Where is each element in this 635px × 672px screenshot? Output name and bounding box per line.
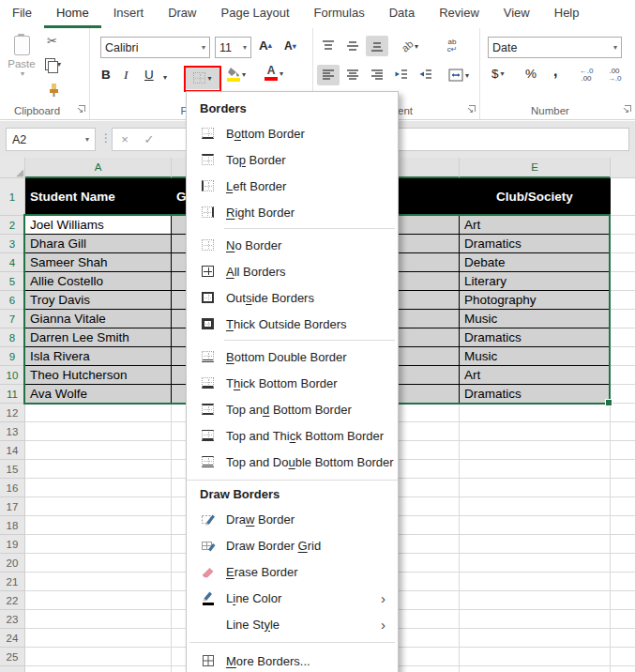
- row-header-20[interactable]: 20: [0, 554, 25, 573]
- font-name-combobox[interactable]: Calibri ▾: [100, 37, 210, 58]
- cell[interactable]: [611, 385, 635, 404]
- menu-item-top-and-thick-bottom-border[interactable]: Top and Thick Bottom Border: [187, 422, 398, 449]
- cell-e9-club[interactable]: Music: [460, 347, 611, 366]
- align-left-button[interactable]: [317, 65, 340, 85]
- middle-align-button[interactable]: [341, 36, 364, 56]
- menu-item-all-borders[interactable]: All Borders: [187, 258, 398, 284]
- row-header-14[interactable]: 14: [0, 441, 25, 460]
- tab-formulas[interactable]: Formulas: [302, 0, 377, 28]
- accounting-format-button[interactable]: $ ▾: [491, 67, 505, 81]
- cell[interactable]: [460, 648, 611, 666]
- row-header-7[interactable]: 7: [0, 310, 25, 328]
- cell[interactable]: [460, 516, 611, 535]
- cell-e1-club-society[interactable]: Club/Society: [460, 178, 611, 216]
- cell-e3-club[interactable]: Dramatics: [460, 235, 611, 253]
- cell[interactable]: [25, 554, 172, 573]
- underline-button[interactable]: U: [144, 68, 154, 82]
- decrease-indent-button[interactable]: [390, 65, 413, 85]
- row-header-23[interactable]: 23: [0, 610, 25, 629]
- cell[interactable]: [611, 178, 635, 216]
- borders-button[interactable]: ▾: [186, 67, 219, 89]
- paste-button[interactable]: Paste ▾: [4, 32, 39, 113]
- row-header-12[interactable]: 12: [0, 404, 25, 422]
- cell-a5-student[interactable]: Allie Costello: [25, 272, 172, 291]
- cell[interactable]: [611, 554, 635, 573]
- confirm-entry-icon[interactable]: ✓: [137, 132, 161, 146]
- cell[interactable]: [460, 460, 611, 479]
- cell[interactable]: [460, 610, 611, 629]
- row-header-13[interactable]: 13: [0, 422, 25, 441]
- cell[interactable]: [25, 404, 172, 422]
- cell[interactable]: [611, 253, 635, 272]
- menu-item-line-style[interactable]: Line Style›: [187, 611, 398, 637]
- cell[interactable]: [611, 347, 635, 366]
- row-header-24[interactable]: 24: [0, 629, 25, 648]
- cell-a8-student[interactable]: Darren Lee Smith: [25, 328, 172, 347]
- number-format-combobox[interactable]: Date ▾: [488, 37, 622, 58]
- cell[interactable]: [460, 535, 611, 554]
- menu-item-bottom-double-border[interactable]: Bottom Double Border: [187, 344, 398, 370]
- menu-item-top-border[interactable]: Top Border: [187, 146, 398, 173]
- name-box[interactable]: A2 ▾: [6, 128, 96, 151]
- row-header-15[interactable]: 15: [0, 460, 25, 479]
- cell[interactable]: [25, 591, 172, 610]
- menu-item-draw-border[interactable]: Draw Border: [187, 506, 398, 532]
- tab-data[interactable]: Data: [377, 0, 427, 28]
- cell[interactable]: [25, 422, 172, 441]
- cell-e10-club[interactable]: Art: [460, 366, 611, 385]
- cell-e7-club[interactable]: Music: [460, 310, 611, 328]
- cell[interactable]: [611, 629, 635, 648]
- cell-a4-student[interactable]: Sameer Shah: [25, 253, 172, 272]
- cell[interactable]: [460, 441, 611, 460]
- cut-button[interactable]: ✂: [47, 34, 57, 48]
- cell-a1-student-name[interactable]: Student Name: [25, 178, 172, 216]
- cell[interactable]: [460, 422, 611, 441]
- cell[interactable]: [460, 497, 611, 516]
- cell[interactable]: [611, 310, 635, 328]
- row-header-9[interactable]: 9: [0, 347, 25, 366]
- row-header-2[interactable]: 2: [0, 216, 25, 235]
- cell[interactable]: [25, 573, 172, 591]
- cell-e6-club[interactable]: Photography: [460, 291, 611, 310]
- row-header-5[interactable]: 5: [0, 272, 25, 291]
- cell-a11-student[interactable]: Ava Wolfe: [25, 385, 172, 404]
- tab-draw[interactable]: Draw: [156, 0, 208, 28]
- cell[interactable]: [460, 404, 611, 422]
- tab-review[interactable]: Review: [427, 0, 491, 28]
- menu-item-line-color[interactable]: Line Color›: [187, 585, 398, 611]
- row-header-22[interactable]: 22: [0, 591, 25, 610]
- menu-item-outside-borders[interactable]: Outside Borders: [187, 284, 398, 311]
- cell[interactable]: [611, 535, 635, 554]
- tab-view[interactable]: View: [491, 0, 542, 28]
- cell[interactable]: [25, 610, 172, 629]
- cancel-entry-icon[interactable]: ×: [113, 132, 137, 146]
- cell[interactable]: [25, 497, 172, 516]
- menu-item-no-border[interactable]: No Border: [187, 232, 398, 258]
- cell-e4-club[interactable]: Debate: [460, 253, 611, 272]
- tab-help[interactable]: Help: [542, 0, 592, 28]
- menu-item-top-and-double-bottom-border[interactable]: Top and Double Bottom Border: [187, 449, 398, 475]
- cell[interactable]: [25, 516, 172, 535]
- italic-button[interactable]: I: [124, 68, 129, 83]
- cell-e8-club[interactable]: Dramatics: [460, 328, 611, 347]
- menu-item-thick-outside-borders[interactable]: Thick Outside Borders: [187, 311, 398, 337]
- font-size-combobox[interactable]: 11 ▾: [215, 37, 251, 58]
- shrink-font-button[interactable]: A▾: [284, 39, 296, 53]
- cell[interactable]: [611, 648, 635, 666]
- cell[interactable]: [25, 535, 172, 554]
- cell[interactable]: [611, 460, 635, 479]
- merge-center-button[interactable]: ▾: [443, 65, 475, 85]
- font-color-button[interactable]: A ▾: [265, 66, 283, 81]
- row-header-21[interactable]: 21: [0, 573, 25, 591]
- tab-insert[interactable]: Insert: [101, 0, 157, 28]
- row-header-16[interactable]: 16: [0, 479, 25, 497]
- decrease-decimal-button[interactable]: .00→.0: [602, 65, 627, 85]
- column-header-e[interactable]: E: [460, 158, 611, 178]
- cell-a3-student[interactable]: Dhara Gill: [25, 235, 172, 253]
- cell[interactable]: [460, 573, 611, 591]
- cell-e5-club[interactable]: Literary: [460, 272, 611, 291]
- cell[interactable]: [611, 404, 635, 422]
- comma-style-button[interactable]: ,: [553, 63, 557, 80]
- row-header-1[interactable]: 1: [0, 178, 25, 216]
- bottom-align-button[interactable]: [366, 36, 388, 56]
